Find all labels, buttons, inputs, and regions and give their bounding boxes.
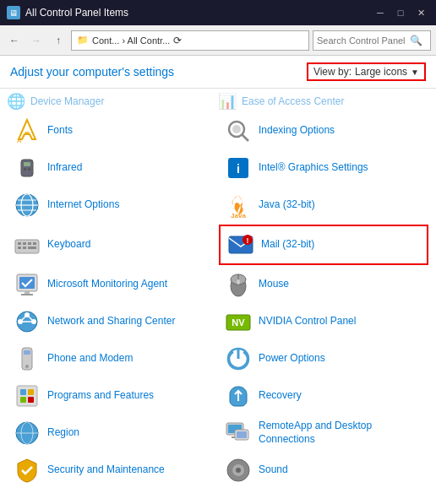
view-by-value[interactable]: Large icons: [355, 66, 407, 78]
search-box[interactable]: 🔍: [313, 30, 431, 51]
svg-point-48: [25, 365, 29, 368]
svg-rect-31: [25, 291, 30, 294]
mouse-icon: [223, 269, 253, 300]
internet-options-label: Internet Options: [47, 198, 119, 212]
svg-rect-47: [24, 350, 30, 355]
address-path[interactable]: 📁 Cont... › All Contr... ⟳: [71, 30, 309, 51]
security-maintenance-icon: [12, 455, 42, 485]
region-icon: [12, 418, 42, 448]
item-programs-features[interactable]: Programs and Features: [7, 377, 218, 415]
svg-rect-25: [28, 247, 36, 249]
item-mail[interactable]: ! Mail (32-bit): [219, 225, 428, 265]
maximize-button[interactable]: □: [392, 6, 409, 19]
window-controls: ─ □ ✕: [372, 6, 429, 19]
minimize-button[interactable]: ─: [372, 6, 389, 19]
search-input[interactable]: [317, 35, 410, 46]
power-options-icon: [223, 344, 253, 374]
svg-point-5: [232, 125, 241, 133]
keyboard-icon: [12, 230, 42, 260]
svg-rect-9: [28, 168, 30, 171]
item-java[interactable]: Java Java (32-bit): [218, 187, 429, 224]
item-recovery[interactable]: Recovery: [218, 377, 429, 415]
sound-label: Sound: [259, 463, 288, 477]
keyboard-label: Keyboard: [47, 238, 90, 252]
item-network-sharing[interactable]: Network and Sharing Center: [7, 303, 218, 340]
svg-rect-54: [28, 397, 34, 403]
infrared-label: Infrared: [47, 161, 82, 175]
view-by-label: View by:: [313, 66, 352, 78]
svg-point-36: [237, 279, 240, 285]
item-infrared[interactable]: Infrared: [7, 149, 218, 187]
svg-rect-51: [20, 389, 26, 395]
view-by-selector[interactable]: View by: Large icons ▼: [307, 62, 426, 81]
network-sharing-icon: [12, 306, 42, 337]
indexing-options-label: Indexing Options: [259, 124, 335, 138]
item-fonts[interactable]: A Fonts: [7, 112, 218, 149]
svg-rect-23: [18, 247, 21, 249]
svg-rect-19: [18, 242, 21, 245]
recovery-label: Recovery: [259, 389, 302, 403]
svg-rect-64: [237, 431, 247, 438]
page-title: Adjust your computer's settings: [10, 65, 174, 79]
svg-rect-30: [19, 277, 35, 289]
mail-icon: !: [226, 230, 256, 260]
nvidia-icon: NV: [223, 306, 253, 337]
item-microsoft-monitoring[interactable]: Microsoft Monitoring Agent: [7, 266, 218, 303]
phone-modem-icon: [12, 344, 42, 374]
indexing-options-icon: [223, 116, 253, 146]
item-internet-options[interactable]: Internet Options: [7, 187, 218, 224]
item-keyboard[interactable]: Keyboard: [7, 224, 218, 266]
close-button[interactable]: ✕: [412, 6, 429, 19]
region-label: Region: [47, 426, 79, 440]
svg-point-67: [236, 468, 241, 473]
svg-rect-20: [23, 242, 26, 245]
header-row: Adjust your computer's settings View by:…: [0, 56, 436, 89]
back-button[interactable]: ←: [5, 31, 24, 50]
view-by-dropdown-arrow[interactable]: ▼: [411, 68, 419, 77]
mail-label: Mail (32-bit): [261, 238, 314, 252]
svg-rect-8: [24, 168, 26, 171]
top-partial-row: 🌐 Device Manager 📊 Ease of Access Center: [0, 92, 436, 111]
security-maintenance-label: Security and Maintenance: [47, 463, 165, 477]
microsoft-monitoring-icon: [12, 269, 42, 300]
up-button[interactable]: ↑: [49, 31, 68, 50]
item-nvidia[interactable]: NV NVIDIA Control Panel: [218, 303, 429, 340]
item-region[interactable]: Region: [7, 415, 218, 452]
items-area: 🌐 Device Manager 📊 Ease of Access Center…: [0, 89, 436, 504]
svg-rect-52: [28, 389, 34, 395]
fonts-label: Fonts: [47, 124, 73, 138]
power-options-label: Power Options: [259, 352, 325, 366]
svg-text:!: !: [247, 236, 249, 245]
item-sound[interactable]: Sound: [218, 452, 429, 489]
item-indexing-options[interactable]: Indexing Options: [218, 112, 429, 149]
svg-text:A: A: [17, 137, 22, 144]
remoteapp-icon: [223, 418, 253, 448]
item-mouse[interactable]: Mouse: [218, 266, 429, 303]
svg-rect-53: [20, 397, 26, 403]
fonts-icon: A: [12, 116, 42, 146]
svg-rect-7: [24, 162, 30, 166]
item-intel-graphics[interactable]: i Intel® Graphics Settings: [218, 149, 429, 187]
item-power-options[interactable]: Power Options: [218, 340, 429, 377]
svg-text:NV: NV: [232, 317, 245, 328]
infrared-icon: [12, 153, 42, 183]
svg-line-4: [242, 134, 248, 141]
svg-rect-32: [21, 294, 33, 295]
microsoft-monitoring-label: Microsoft Monitoring Agent: [47, 278, 167, 291]
intel-graphics-label: Intel® Graphics Settings: [259, 161, 368, 175]
recovery-icon: [223, 381, 253, 411]
mouse-label: Mouse: [259, 278, 289, 291]
svg-rect-22: [33, 242, 36, 245]
intel-graphics-icon: i: [223, 153, 253, 183]
forward-button[interactable]: →: [27, 31, 46, 50]
item-phone-modem[interactable]: Phone and Modem: [7, 340, 218, 377]
window-title: All Control Panel Items: [25, 7, 372, 19]
item-remoteapp[interactable]: RemoteApp and Desktop Connections: [218, 415, 429, 452]
programs-features-icon: [12, 381, 42, 411]
address-bar: ← → ↑ 📁 Cont... › All Contr... ⟳ 🔍: [0, 25, 436, 56]
items-grid: A Fonts Indexing Options: [0, 111, 436, 490]
svg-rect-50: [17, 386, 37, 406]
java-label: Java (32-bit): [259, 198, 315, 212]
search-icon: 🔍: [410, 35, 422, 46]
item-security-maintenance[interactable]: Security and Maintenance: [7, 452, 218, 489]
